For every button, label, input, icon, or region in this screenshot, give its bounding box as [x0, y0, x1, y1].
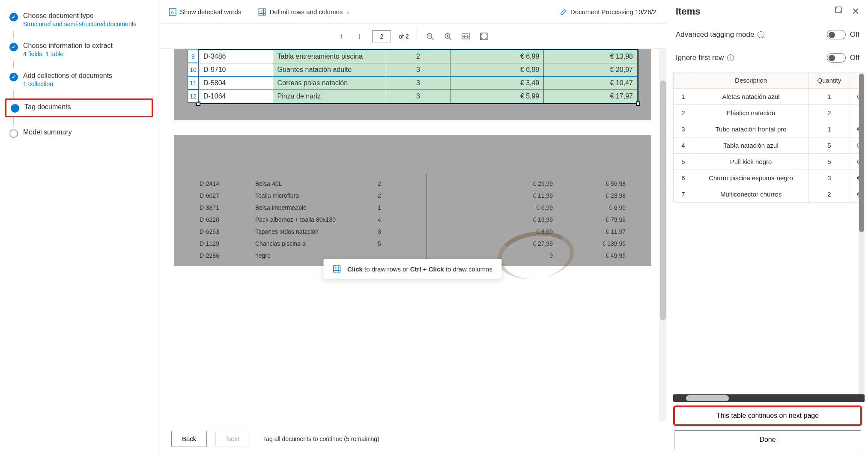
- svg-text:A: A: [171, 9, 174, 15]
- step-title: Choose information to extract: [23, 42, 113, 50]
- hint-text: to draw columns: [444, 265, 492, 273]
- table-row[interactable]: 5Pull kick negro5€ 12,: [674, 154, 859, 170]
- wizard-sidebar: Choose document type Structured and semi…: [0, 0, 158, 456]
- column-header[interactable]: Description: [693, 72, 809, 89]
- chevron-down-icon: ⌄: [346, 9, 350, 15]
- table-row: D-2414Bolsa 40L2€ 29,99€ 59,98: [200, 178, 626, 190]
- row-number-marker[interactable]: 12: [188, 89, 199, 103]
- table-row: D-3871Bolsa impermeable1€ 6,99€ 6,99: [200, 202, 626, 214]
- fit-width-button[interactable]: [461, 31, 471, 42]
- info-icon[interactable]: i: [727, 54, 734, 61]
- toggle-state: Off: [850, 30, 859, 39]
- check-icon: [9, 13, 18, 21]
- document-name[interactable]: Document Processing 10/26/2: [570, 8, 656, 15]
- hint-text: Ctrl + Click: [410, 265, 444, 273]
- vertical-scrollbar[interactable]: [659, 49, 667, 421]
- svg-line-8: [431, 38, 433, 40]
- items-panel: Items ✕ Advanced tagging mode i Off Igno…: [667, 0, 868, 456]
- resize-handle-icon[interactable]: [636, 101, 640, 106]
- ignore-first-row-toggle-row: Ignore first row i Off: [667, 46, 868, 69]
- table-row: D-6220Pack albornoz + toalla 80x1304€ 19…: [200, 214, 626, 226]
- close-icon[interactable]: ✕: [852, 6, 859, 17]
- svg-rect-17: [333, 265, 340, 272]
- horizontal-scrollbar[interactable]: [673, 394, 865, 402]
- back-button[interactable]: Back: [171, 431, 207, 447]
- step-tag-documents[interactable]: Tag documents: [5, 98, 153, 117]
- step-title: Choose document type: [23, 12, 137, 20]
- table-row[interactable]: 2Elástico natación2€ 0,: [674, 105, 859, 121]
- document-canvas[interactable]: D-3486Tabla entrenamiento piscina2€ 6,99…: [158, 49, 667, 421]
- svg-rect-2: [259, 9, 266, 15]
- panel-title: Items: [676, 6, 700, 17]
- row-number-marker[interactable]: 9: [188, 50, 199, 63]
- step-add-collections[interactable]: Add collections of documents 1 collectio…: [5, 69, 153, 91]
- step-model-summary[interactable]: Model summary: [5, 125, 153, 141]
- vertical-scrollbar[interactable]: [859, 72, 865, 394]
- table-row[interactable]: 1Aletas natación azul1€ 16,: [674, 89, 859, 105]
- step-title: Tag documents: [24, 103, 71, 111]
- next-page-button[interactable]: ↓: [354, 31, 364, 42]
- done-button[interactable]: Done: [674, 430, 861, 449]
- hint-text: to draw rows or: [363, 265, 410, 273]
- page-total: of 2: [399, 33, 409, 40]
- table-icon: [258, 8, 266, 16]
- info-icon[interactable]: i: [758, 31, 764, 38]
- table-row[interactable]: D-5804Correas palas natación3€ 3,49€ 10,…: [199, 77, 638, 90]
- todo-step-icon: [9, 129, 18, 138]
- step-subtitle: 4 fields, 1 table: [23, 51, 113, 57]
- step-subtitle: Structured and semi-structured documents: [23, 21, 137, 27]
- ignore-first-row-toggle[interactable]: [827, 53, 846, 63]
- step-choose-document-type[interactable]: Choose document type Structured and semi…: [5, 9, 153, 31]
- zoom-out-button[interactable]: [425, 31, 435, 42]
- next-button: Next: [215, 431, 250, 447]
- delimit-rows-columns-button[interactable]: Delimit rows and columns ⌄: [258, 8, 350, 16]
- popout-icon[interactable]: [835, 6, 842, 17]
- table-row[interactable]: 7Multiconector churros2€ 3,9: [674, 186, 859, 203]
- row-number-marker[interactable]: 10: [188, 63, 199, 76]
- edit-icon: [560, 9, 567, 15]
- table-row[interactable]: D-3486Tabla entrenamiento piscina2€ 6,99…: [199, 50, 638, 63]
- row-number-marker[interactable]: 11: [188, 76, 199, 89]
- step-subtitle: 1 collection: [23, 80, 112, 87]
- table-row[interactable]: 4Tabla natación azul5€ 6,9: [674, 137, 859, 154]
- check-icon: [9, 43, 18, 51]
- show-detected-words-button[interactable]: A Show detected words: [169, 8, 241, 16]
- toolbar-label: Delimit rows and columns: [269, 8, 343, 15]
- toggle-label: Ignore first row: [676, 54, 724, 62]
- table-row[interactable]: D-1064Pinza de nariz3€ 5,99€ 17,97: [199, 90, 638, 103]
- table-row[interactable]: 6Churro piscina espuma negro3€ 2,9: [674, 170, 859, 186]
- column-header[interactable]: Rat: [850, 72, 859, 89]
- toggle-state: Off: [850, 54, 859, 62]
- toolbar-label: Show detected words: [180, 8, 241, 15]
- advanced-tagging-toggle-row: Advanced tagging mode i Off: [667, 23, 868, 46]
- hint-text: Click: [347, 265, 363, 273]
- table-row[interactable]: D-9710Guantes natación adulto3€ 6,99€ 20…: [199, 63, 638, 77]
- step-choose-information[interactable]: Choose information to extract 4 fields, …: [5, 39, 153, 61]
- document-page-2-fragment: D-2414Bolsa 40L2€ 29,99€ 59,98D-6027Toal…: [174, 135, 651, 266]
- step-title: Model summary: [23, 128, 72, 136]
- advanced-tagging-toggle[interactable]: [827, 30, 846, 39]
- table-continues-button[interactable]: This table continues on next page: [674, 406, 861, 425]
- tagged-table-region[interactable]: D-3486Tabla entrenamiento piscina2€ 6,99…: [198, 49, 638, 104]
- draw-hint-tooltip: Click to draw rows or Ctrl + Click to dr…: [323, 259, 502, 279]
- step-title: Add collections of documents: [23, 72, 112, 80]
- table-row[interactable]: 3Tubo natación frontal pro1€ 29,: [674, 121, 859, 137]
- table-icon: [333, 265, 340, 273]
- column-header[interactable]: Quantity: [809, 72, 850, 89]
- toggle-label: Advanced tagging mode: [676, 30, 754, 39]
- document-page-1-fragment: D-3486Tabla entrenamiento piscina2€ 6,99…: [174, 49, 651, 120]
- fit-page-button[interactable]: [479, 31, 489, 42]
- svg-line-11: [449, 38, 451, 40]
- prev-page-button[interactable]: ↑: [336, 31, 346, 42]
- text-detect-icon: A: [169, 8, 176, 16]
- footer-message: Tag all documents to continue (5 remaini…: [263, 435, 379, 442]
- viewer-controls: ↑ ↓ of 2: [158, 24, 667, 49]
- items-table-viewport[interactable]: Description Quantity Rat 1Aletas natació…: [673, 72, 859, 394]
- document-toolbar: A Show detected words Delimit rows and c…: [158, 0, 667, 24]
- wizard-footer: Back Next Tag all documents to continue …: [158, 421, 667, 456]
- page-number-input[interactable]: [372, 30, 391, 42]
- table-row: D-6027Toalla microfibra2€ 11,99€ 23,98: [200, 190, 626, 202]
- zoom-in-button[interactable]: [443, 31, 453, 42]
- current-step-icon: [11, 104, 19, 113]
- check-icon: [9, 73, 18, 81]
